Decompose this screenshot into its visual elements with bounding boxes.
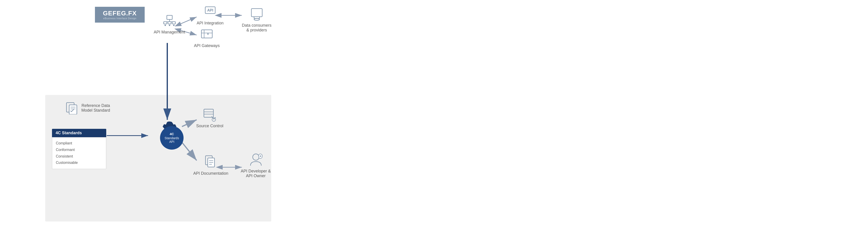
svg-point-19 — [164, 25, 166, 26]
reference-data-label: Reference Data Model Standard — [81, 103, 110, 113]
api-management-icon — [162, 13, 177, 28]
svg-rect-35 — [69, 105, 77, 115]
svg-text:Standards: Standards — [164, 136, 179, 140]
data-consumers-icon — [250, 7, 264, 21]
standards-item-customisable: Customisable — [56, 160, 102, 166]
svg-point-52 — [253, 154, 259, 160]
reference-data: Reference Data Model Standard — [66, 102, 110, 115]
standards-header: 4C Standards — [52, 129, 106, 137]
center-gear-icon: 4C Standards API — [154, 120, 190, 156]
api-gateways: API Gateways — [194, 27, 220, 48]
svg-rect-12 — [167, 15, 172, 20]
svg-text:API: API — [169, 140, 175, 143]
svg-point-20 — [169, 25, 170, 26]
svg-rect-15 — [168, 22, 171, 24]
api-integration-label: API Integration — [197, 21, 223, 26]
svg-point-21 — [173, 25, 175, 26]
api-documentation: API Documentation — [193, 155, 228, 176]
standards-item-consistent: Consistent — [56, 153, 102, 160]
api-developer: API Developer & API Owner — [241, 153, 271, 178]
center-gear: 4C Standards API — [154, 120, 190, 156]
svg-text:4C: 4C — [169, 132, 174, 136]
standards-item-compliant: Compliant — [56, 140, 102, 147]
svg-rect-16 — [172, 22, 176, 24]
logo: GEFEG.FX eBusiness Interface Design — [95, 7, 145, 23]
api-documentation-icon — [204, 155, 218, 169]
data-consumers: Data consumers & providers — [242, 7, 272, 33]
api-gateways-icon — [199, 27, 214, 41]
api-developer-icon — [249, 153, 263, 167]
svg-point-46 — [212, 118, 216, 121]
api-developer-label: API Developer & API Owner — [241, 169, 271, 178]
svg-rect-43 — [204, 109, 213, 117]
standards-box: 4C Standards Compliant Conformant Consis… — [52, 129, 106, 169]
reference-data-icon — [66, 102, 78, 115]
source-control-icon — [203, 107, 217, 122]
svg-rect-24 — [251, 8, 262, 17]
logo-sub-text: eBusiness Interface Design — [103, 17, 136, 20]
logo-main-text: GEFEG.FX — [103, 10, 137, 17]
api-documentation-label: API Documentation — [193, 171, 228, 176]
data-consumers-label: Data consumers & providers — [242, 23, 272, 33]
api-management-label: API Management — [154, 30, 185, 35]
source-control: Source Control — [196, 107, 223, 128]
api-management: API Management — [154, 13, 185, 35]
standards-item-conformant: Conformant — [56, 147, 102, 153]
source-control-label: Source Control — [196, 124, 223, 128]
api-integration-icon: API — [203, 4, 217, 19]
svg-rect-14 — [164, 22, 167, 24]
svg-text:API: API — [207, 8, 213, 12]
api-integration: API API Integration — [197, 4, 223, 26]
svg-rect-29 — [202, 30, 212, 38]
standards-body: Compliant Conformant Consistent Customis… — [52, 137, 106, 169]
api-gateways-label: API Gateways — [194, 43, 220, 48]
